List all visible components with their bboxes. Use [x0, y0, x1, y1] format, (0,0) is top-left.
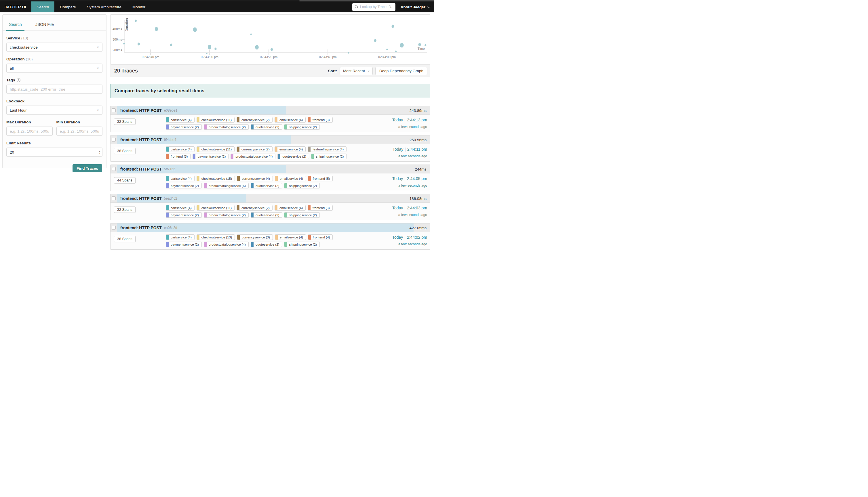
- sort-select[interactable]: Most Recent ∨: [340, 67, 373, 75]
- tab-json-file[interactable]: JSON File: [36, 20, 54, 30]
- service-tag-cartservice[interactable]: cartservice (4): [166, 205, 195, 211]
- trace-scatter-point[interactable]: [392, 25, 394, 28]
- trace-result-card[interactable]: frontend: HTTP POST5ff7165244ms44 Spansc…: [110, 165, 430, 191]
- service-tag-checkoutservice[interactable]: checkoutservice (13): [197, 235, 235, 240]
- service-tag-checkoutservice[interactable]: checkoutservice (15): [197, 176, 235, 181]
- service-tag-cartservice[interactable]: cartservice (4): [166, 235, 195, 240]
- trace-scatter-point[interactable]: [418, 43, 421, 46]
- service-tag-featureflagservice[interactable]: featureflagservice (4): [308, 146, 347, 152]
- service-tag-shippingservice[interactable]: shippingservice (2): [284, 183, 320, 188]
- service-select[interactable]: checkoutservice ∨: [6, 43, 102, 52]
- trace-scatter-point[interactable]: [270, 48, 273, 51]
- service-tag-quoteservice[interactable]: quoteservice (2): [251, 124, 282, 130]
- trace-card-header[interactable]: frontend: HTTP POST9f4cbe4250.56ms: [111, 136, 430, 144]
- service-tag-checkoutservice[interactable]: checkoutservice (11): [197, 205, 235, 211]
- trace-scatter-point[interactable]: [208, 45, 211, 49]
- trace-scatter-point[interactable]: [400, 43, 404, 47]
- service-tag-productcatalogservice[interactable]: productcatalogservice (4): [204, 242, 249, 247]
- trace-scatter-point[interactable]: [250, 33, 252, 35]
- service-tag-currencyservice[interactable]: currencyservice (3): [237, 235, 273, 240]
- service-tag-emailservice[interactable]: emailservice (4): [275, 235, 306, 240]
- trace-select-checkbox[interactable]: [112, 109, 116, 112]
- service-tag-emailservice[interactable]: emailservice (4): [275, 205, 306, 211]
- service-tag-checkoutservice[interactable]: checkoutservice (11): [197, 117, 235, 123]
- service-tag-currencyservice[interactable]: currencyservice (2): [237, 205, 272, 211]
- trace-result-card[interactable]: frontend: HTTP POST9f4cbe4250.56ms38 Spa…: [110, 135, 430, 162]
- service-tag-checkoutservice[interactable]: checkoutservice (11): [197, 146, 235, 152]
- nav-item-monitor[interactable]: Monitor: [127, 1, 151, 12]
- trace-result-card[interactable]: frontend: HTTP POSTe08ebe1243.89ms32 Spa…: [110, 106, 430, 132]
- min-duration-input[interactable]: [56, 127, 103, 136]
- trace-scatter-point[interactable]: [123, 43, 125, 45]
- trace-scatter-point[interactable]: [374, 39, 376, 42]
- trace-scatter-point[interactable]: [386, 48, 388, 50]
- service-tag-cartservice[interactable]: cartservice (4): [166, 117, 195, 123]
- service-tag-shippingservice[interactable]: shippingservice (2): [311, 154, 347, 159]
- service-tag-shippingservice[interactable]: shippingservice (2): [284, 124, 320, 130]
- trace-result-card[interactable]: frontend: HTTP POSTea06c2d427.05ms38 Spa…: [110, 223, 430, 248]
- trace-scatter-point[interactable]: [170, 44, 172, 46]
- trace-scatter-point[interactable]: [193, 28, 197, 32]
- trace-lookup-input[interactable]: [360, 5, 392, 9]
- service-tag-productcatalogservice[interactable]: productcatalogservice (2): [204, 212, 249, 218]
- service-tag-quoteservice[interactable]: quoteservice (2): [277, 154, 309, 159]
- service-tag-paymentservice[interactable]: paymentservice (2): [166, 183, 202, 188]
- service-tag-productcatalogservice[interactable]: productcatalogservice (4): [230, 154, 276, 159]
- limit-results-input[interactable]: [6, 147, 102, 157]
- trace-scatter-point[interactable]: [348, 52, 349, 54]
- trace-card-header[interactable]: frontend: HTTP POSTea06c2d427.05ms: [111, 224, 430, 232]
- service-tag-cartservice[interactable]: cartservice (4): [166, 146, 195, 152]
- tags-input[interactable]: [6, 85, 102, 94]
- service-tag-shippingservice[interactable]: shippingservice (2): [284, 242, 320, 247]
- service-tag-frontend[interactable]: frontend (3): [308, 205, 332, 211]
- trace-scatter-point[interactable]: [155, 27, 158, 31]
- trace-card-header[interactable]: frontend: HTTP POSTe08ebe1243.89ms: [111, 106, 430, 115]
- service-tag-paymentservice[interactable]: paymentservice (2): [166, 242, 202, 247]
- service-tag-paymentservice[interactable]: paymentservice (2): [166, 124, 202, 130]
- nav-item-system-architecture[interactable]: System Architecture: [82, 1, 127, 12]
- trace-scatter-point[interactable]: [138, 43, 140, 45]
- service-tag-paymentservice[interactable]: paymentservice (2): [193, 154, 228, 159]
- service-tag-emailservice[interactable]: emailservice (4): [275, 146, 306, 152]
- service-tag-cartservice[interactable]: cartservice (4): [166, 176, 195, 181]
- service-tag-paymentservice[interactable]: paymentservice (2): [166, 212, 202, 218]
- tab-search[interactable]: Search: [6, 20, 25, 31]
- service-tag-frontend[interactable]: frontend (3): [166, 154, 191, 159]
- number-stepper[interactable]: ▲ ▼: [97, 148, 102, 156]
- trace-scatter-point[interactable]: [395, 50, 396, 52]
- service-tag-currencyservice[interactable]: currencyservice (4): [237, 176, 273, 181]
- about-jaeger-menu[interactable]: About Jaeger: [401, 5, 430, 9]
- help-circle-icon[interactable]: ?: [17, 78, 20, 82]
- service-tag-currencyservice[interactable]: currencyservice (2): [237, 146, 272, 152]
- service-tag-productcatalogservice[interactable]: productcatalogservice (6): [204, 183, 249, 188]
- operation-select[interactable]: all ∨: [6, 63, 102, 73]
- trace-select-checkbox[interactable]: [112, 196, 116, 200]
- trace-card-header[interactable]: frontend: HTTP POST5ead4c2186.08ms: [111, 194, 430, 203]
- service-tag-shippingservice[interactable]: shippingservice (2): [284, 212, 320, 218]
- max-duration-input[interactable]: [6, 127, 53, 136]
- service-tag-frontend[interactable]: frontend (3): [308, 117, 332, 123]
- lookback-select[interactable]: Last Hour ∨: [6, 105, 102, 115]
- find-traces-button[interactable]: Find Traces: [72, 164, 102, 172]
- trace-scatter-point[interactable]: [424, 44, 426, 46]
- trace-scatter-point[interactable]: [214, 47, 216, 50]
- trace-select-checkbox[interactable]: [112, 226, 116, 229]
- trace-select-checkbox[interactable]: [112, 167, 116, 171]
- service-tag-productcatalogservice[interactable]: productcatalogservice (2): [204, 124, 249, 130]
- trace-scatter-point[interactable]: [206, 53, 208, 54]
- service-tag-emailservice[interactable]: emailservice (4): [275, 176, 306, 181]
- service-tag-currencyservice[interactable]: currencyservice (2): [237, 117, 272, 123]
- service-tag-quoteservice[interactable]: quoteservice (2): [251, 183, 282, 188]
- service-tag-frontend[interactable]: frontend (5): [308, 176, 333, 181]
- trace-select-checkbox[interactable]: [112, 138, 116, 142]
- nav-item-compare[interactable]: Compare: [54, 1, 82, 12]
- service-tag-quoteservice[interactable]: quoteservice (2): [251, 242, 282, 247]
- stepper-up-icon[interactable]: ▲: [99, 150, 101, 152]
- service-tag-frontend[interactable]: frontend (4): [308, 235, 333, 240]
- trace-card-header[interactable]: frontend: HTTP POST5ff7165244ms: [111, 165, 430, 173]
- nav-item-search[interactable]: Search: [31, 1, 55, 12]
- deep-dependency-graph-button[interactable]: Deep Dependency Graph: [375, 67, 428, 75]
- trace-scatter-point[interactable]: [255, 45, 259, 49]
- service-tag-quoteservice[interactable]: quoteservice (2): [251, 212, 282, 218]
- stepper-down-icon[interactable]: ▼: [99, 153, 101, 154]
